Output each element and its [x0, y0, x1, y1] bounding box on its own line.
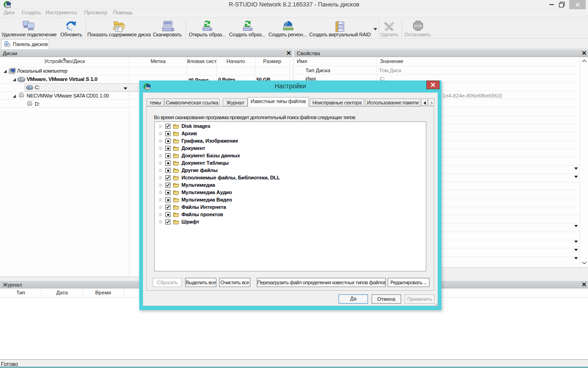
svg-text:STOP: STOP — [414, 24, 422, 28]
